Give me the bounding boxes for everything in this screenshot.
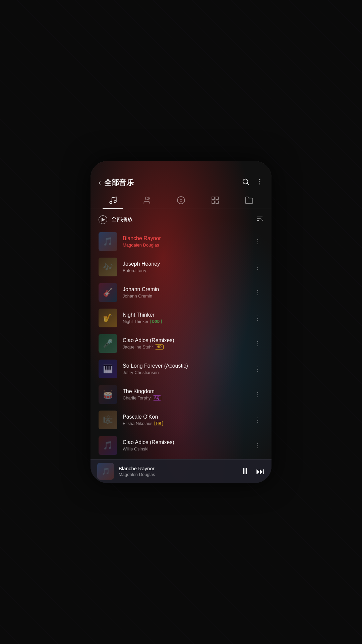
song-thumbnail: 🎸 — [99, 283, 117, 302]
song-more-button[interactable]: ⋮ — [252, 313, 263, 323]
song-title: Joseph Heaney — [123, 261, 247, 267]
svg-point-6 — [114, 201, 116, 203]
song-title: So Long Forever (Acoustic) — [123, 363, 247, 369]
song-artist: Night Thinker — [123, 319, 148, 324]
song-info: So Long Forever (Acoustic) Jeffry Christ… — [123, 363, 247, 375]
song-artist-row: Magdalen Douglas — [123, 243, 247, 248]
song-artist: Buford Terry — [123, 268, 146, 273]
tab-playlists[interactable] — [198, 196, 232, 209]
header: ‹ 全部音乐 — [90, 161, 272, 193]
svg-rect-11 — [216, 197, 219, 200]
song-title: Johann Cremin — [123, 286, 247, 292]
song-list: 🎵 Blanche Raynor Magdalen Douglas ⋮ 🎶 Jo… — [90, 229, 272, 459]
pause-button[interactable]: ⏸ — [241, 466, 249, 477]
quality-badge: SQ — [153, 395, 161, 400]
list-item[interactable]: 🎵 Ciao Adios (Remixes) Willis Osinski ⋮ — [90, 433, 272, 458]
page-title: 全部音乐 — [104, 178, 134, 188]
svg-rect-13 — [216, 201, 219, 204]
song-title: Ciao Adios (Remixes) — [123, 439, 247, 445]
song-title: Blanche Raynor — [123, 235, 247, 241]
song-thumbnail: 🎵 — [99, 232, 117, 251]
song-artist-row: Elisha Nikolaus HR — [123, 421, 247, 426]
song-artist: Johann Cremin — [123, 293, 152, 299]
song-more-button[interactable]: ⋮ — [252, 236, 263, 247]
list-item[interactable]: 🎸 Johann Cremin Johann Cremin ⋮ — [90, 280, 272, 305]
song-title: The Kingdom — [123, 388, 247, 394]
now-playing-info: Blanche Raynor Magdalen Douglas — [119, 466, 236, 477]
now-playing-bar[interactable]: 🎵 Blanche Raynor Magdalen Douglas ⏸ ⏭ — [90, 459, 272, 483]
song-artist: Magdalen Douglas — [123, 243, 159, 248]
list-item[interactable]: 🎷 Night Thinker Night Thinker DSD ⋮ — [90, 305, 272, 331]
song-thumbnail: 🥁 — [99, 385, 117, 404]
play-all-button[interactable] — [99, 215, 107, 224]
song-artist-row: Night Thinker DSD — [123, 319, 247, 324]
back-button[interactable]: ‹ — [99, 178, 101, 187]
search-icon[interactable] — [242, 178, 249, 187]
quality-badge: HR — [155, 344, 163, 350]
song-info: Blanche Raynor Magdalen Douglas — [123, 235, 247, 248]
tab-artists[interactable] — [130, 196, 164, 209]
svg-line-1 — [247, 183, 248, 184]
song-info: The Kingdom Charlie Torphy SQ — [123, 388, 247, 400]
song-more-button[interactable]: ⋮ — [252, 389, 263, 399]
quality-badge: DSD — [150, 319, 162, 324]
song-info: Joseph Heaney Buford Terry — [123, 261, 247, 273]
svg-point-4 — [259, 183, 260, 184]
song-artist: Willis Osinski — [123, 446, 148, 451]
list-item[interactable]: 🎼 Pascale O'Kon Elisha Nikolaus HR ⋮ — [90, 407, 272, 433]
song-thumbnail: 🎵 — [99, 436, 117, 455]
song-more-button[interactable]: ⋮ — [252, 415, 263, 425]
list-item[interactable]: 🎵 Blanche Raynor Magdalen Douglas ⋮ — [90, 229, 272, 254]
play-all-bar: 全部播放 — [90, 210, 272, 229]
tab-folders[interactable] — [232, 196, 266, 209]
song-thumbnail: 🎹 — [99, 360, 117, 378]
svg-rect-10 — [212, 197, 215, 200]
now-playing-controls: ⏸ ⏭ — [241, 466, 265, 477]
list-item[interactable]: 🎤 Ciao Adios (Remixes) Jaqueline Stehr H… — [90, 331, 272, 356]
song-artist-row: Jeffry Christiansen — [123, 370, 247, 375]
list-item[interactable]: 🎶 Joseph Heaney Buford Terry ⋮ — [90, 254, 272, 280]
song-thumbnail: 🎶 — [99, 258, 117, 276]
tab-songs[interactable] — [96, 196, 130, 209]
song-thumbnail: 🎼 — [99, 411, 117, 429]
song-artist: Jeffry Christiansen — [123, 370, 159, 375]
more-options-icon[interactable] — [256, 178, 263, 187]
song-artist: Jaqueline Stehr — [123, 344, 153, 350]
song-artist: Elisha Nikolaus — [123, 421, 153, 426]
song-more-button[interactable]: ⋮ — [252, 262, 263, 272]
song-more-button[interactable]: ⋮ — [252, 287, 263, 298]
song-title: Night Thinker — [123, 312, 247, 318]
song-artist-row: Johann Cremin — [123, 293, 247, 299]
list-item[interactable]: 🎹 So Long Forever (Acoustic) Jeffry Chri… — [90, 356, 272, 382]
song-more-button[interactable]: ⋮ — [252, 440, 263, 450]
song-artist-row: Charlie Torphy SQ — [123, 395, 247, 400]
tab-albums[interactable] — [164, 196, 198, 209]
song-info: Pascale O'Kon Elisha Nikolaus HR — [123, 414, 247, 426]
song-thumbnail: 🎷 — [99, 309, 117, 327]
play-all-left: 全部播放 — [99, 215, 133, 224]
song-title: Pascale O'Kon — [123, 414, 247, 420]
svg-point-2 — [259, 179, 260, 180]
song-info: Ciao Adios (Remixes) Willis Osinski — [123, 439, 247, 451]
song-title: Ciao Adios (Remixes) — [123, 337, 247, 343]
phone-content: ‹ 全部音乐 — [90, 161, 272, 483]
song-info: Night Thinker Night Thinker DSD — [123, 312, 247, 324]
next-button[interactable]: ⏭ — [256, 466, 265, 477]
now-playing-thumbnail: 🎵 — [97, 463, 114, 480]
song-more-button[interactable]: ⋮ — [252, 338, 263, 348]
song-more-button[interactable]: ⋮ — [252, 364, 263, 374]
song-info: Johann Cremin Johann Cremin — [123, 286, 247, 299]
nav-tabs — [90, 193, 272, 209]
song-info: Ciao Adios (Remixes) Jaqueline Stehr HR — [123, 337, 247, 350]
header-left: ‹ 全部音乐 — [99, 178, 134, 188]
svg-point-5 — [110, 201, 112, 204]
song-thumbnail: 🎤 — [99, 334, 117, 353]
song-artist-row: Jaqueline Stehr HR — [123, 344, 247, 350]
song-artist-row: Buford Terry — [123, 268, 247, 273]
quality-badge: HR — [155, 421, 163, 426]
sort-icon[interactable] — [256, 215, 263, 224]
svg-rect-12 — [212, 201, 215, 204]
list-item[interactable]: 🥁 The Kingdom Charlie Torphy SQ ⋮ — [90, 382, 272, 407]
now-playing-artist: Magdalen Douglas — [119, 472, 236, 477]
phone-frame: ‹ 全部音乐 — [90, 161, 272, 483]
